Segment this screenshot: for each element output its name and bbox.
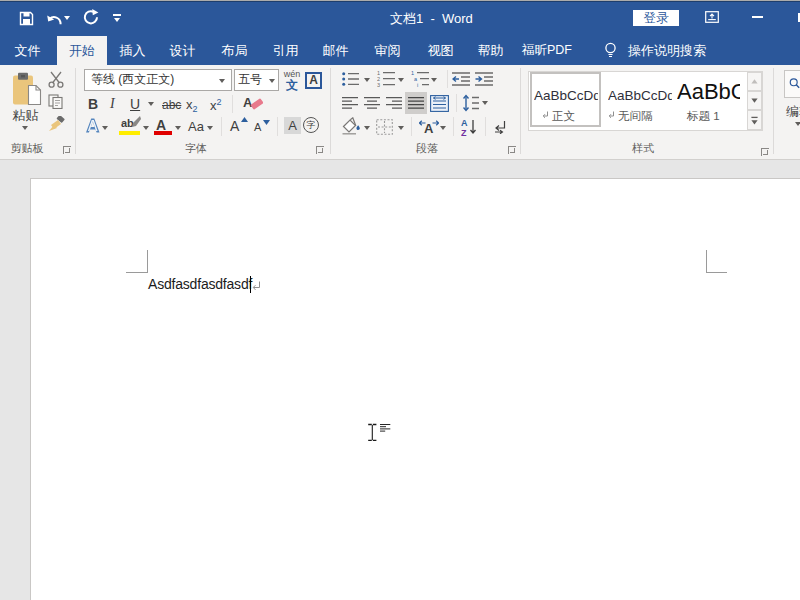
svg-text:i: i — [417, 82, 418, 87]
svg-text:3: 3 — [377, 82, 380, 87]
svg-text:Z: Z — [461, 128, 467, 137]
svg-text:A: A — [461, 118, 468, 128]
